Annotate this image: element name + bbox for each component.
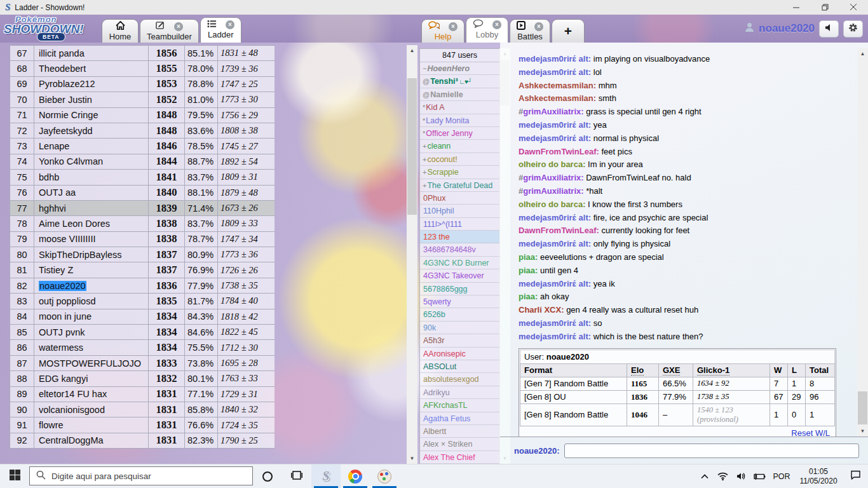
table-row[interactable]: 79moose VIIIIIIII183878.7%1747 ± 34 — [10, 231, 275, 247]
battery-icon[interactable] — [750, 464, 769, 488]
chat-scrollbar-thumb[interactable] — [858, 391, 867, 424]
player-name-cell[interactable]: OUTJ aa — [34, 185, 149, 200]
userlist-item[interactable]: A5h3r — [420, 334, 499, 347]
chat-username[interactable]: piaa: — [519, 292, 538, 301]
userlist-item[interactable]: ABSOLut — [420, 360, 499, 373]
table-row[interactable]: 72Jayfeetskydd184883.6%1808 ± 38 — [10, 123, 275, 138]
chat-username[interactable]: medejasm0rirɛ́ alt: — [519, 120, 591, 130]
scroll-down-icon[interactable]: ▼ — [407, 453, 417, 464]
taskbar-paint-app[interactable] — [370, 464, 399, 488]
player-name-cell[interactable]: outj poppliosd — [34, 294, 149, 309]
userlist-item[interactable]: 5qwerty — [420, 295, 499, 308]
player-name-cell[interactable]: SkipTheDripBayless — [34, 247, 149, 262]
userlist-item[interactable]: Agatha Fetus — [420, 412, 499, 425]
chat-username[interactable]: medejasm0rirɛ́ alt: — [519, 318, 591, 328]
userlist-item[interactable]: 0Phux — [420, 192, 499, 205]
player-name-cell[interactable]: bdhb — [34, 170, 149, 185]
chat-username[interactable]: grimAuxiliatrix: — [523, 186, 583, 196]
table-row[interactable]: 83outj poppliosd183581.7%1784 ± 40 — [10, 294, 275, 309]
tray-chevron-up-icon[interactable] — [695, 464, 714, 488]
player-name-cell[interactable]: EDG kangyi — [34, 371, 149, 386]
chat-username[interactable]: medejasm0rirɛ́ alt: — [519, 239, 591, 248]
player-name-cell[interactable]: hghhvi — [34, 200, 149, 215]
taskbar-search-box[interactable]: Digite aqui para pesquisar — [29, 466, 253, 485]
chat-username[interactable]: piaa: — [519, 266, 538, 275]
userlist-item[interactable]: +coconut! — [420, 153, 499, 166]
player-name-cell[interactable]: moon in june — [34, 309, 149, 324]
player-name-cell[interactable]: moose VIIIIIIII — [34, 231, 149, 247]
table-row[interactable]: 77hghhvi183971.4%1673 ± 26 — [10, 200, 275, 215]
chat-username[interactable]: grimAuxiliatrix: — [523, 107, 583, 116]
tab-ladder-close-icon[interactable]: × — [226, 20, 234, 29]
player-name-cell[interactable]: noaue2020 — [34, 278, 149, 293]
tab-help-close-icon[interactable]: × — [449, 22, 458, 31]
taskbar-clock[interactable]: 01:05 11/05/2020 — [794, 467, 843, 486]
table-row[interactable]: 92CentralDoggMa183182.3%1790 ± 25 — [10, 433, 275, 448]
task-view-button[interactable] — [282, 464, 311, 488]
userlist-item[interactable]: *Officer Jenny — [420, 127, 499, 140]
userlist-item[interactable]: *Kid A — [420, 101, 499, 114]
table-row[interactable]: 87MOSTPOWERFULJOJO183373.8%1695 ± 28 — [10, 355, 275, 370]
player-name-cell[interactable]: volcanionisgood — [34, 402, 149, 417]
player-name-cell[interactable]: Lenape — [34, 139, 149, 154]
new-tab-button[interactable]: + — [552, 19, 585, 43]
userlist-item[interactable]: 111l>^(l111 — [420, 218, 499, 231]
chat-username[interactable]: Ashkectemasmilan: — [519, 93, 596, 103]
close-button[interactable] — [839, 0, 868, 15]
tab-teambuilder[interactable]: × Teambuilder — [140, 19, 199, 43]
player-name-cell[interactable]: CentralDoggMa — [34, 433, 149, 448]
chat-username[interactable]: olheiro do barca: — [519, 200, 585, 209]
userlist-item[interactable]: 6526b — [420, 308, 499, 321]
chat-username[interactable]: Ashkectemasmilan: — [519, 81, 596, 90]
minimize-button[interactable] — [782, 0, 811, 15]
wifi-icon[interactable] — [714, 464, 732, 488]
table-row[interactable]: 80SkipTheDripBayless183780.9%1773 ± 36 — [10, 247, 275, 262]
table-row[interactable]: 68Theodebert185578.0%1739 ± 36 — [10, 61, 275, 76]
userlist-item[interactable]: *Lady Monita — [420, 114, 499, 127]
userlist-item[interactable]: +Scrappie — [420, 166, 499, 179]
logged-in-username[interactable]: noaue2020 — [759, 22, 815, 35]
volume-icon[interactable] — [732, 464, 750, 488]
tab-battles-close-icon[interactable]: × — [534, 22, 543, 31]
userlist-item[interactable]: @Tenshi³ ∟♥┘ — [420, 75, 499, 88]
tab-help[interactable]: × Help — [421, 19, 465, 43]
player-name-cell[interactable]: watermess — [34, 340, 149, 355]
userlist-item[interactable]: Alex The Chief — [420, 451, 499, 464]
userlist-item[interactable]: 4G3NC Takeover — [420, 269, 499, 282]
table-row[interactable]: 71Normie Cringe184879.5%1756 ± 29 — [10, 107, 275, 123]
table-row[interactable]: 90volcanionisgood183185.8%1840 ± 32 — [10, 402, 275, 417]
table-row[interactable]: 86watermess183475.5%1712 ± 30 — [10, 340, 275, 355]
userlist-item[interactable]: 34686784648v — [420, 243, 499, 256]
chat-username[interactable]: olheiro do barca: — [519, 159, 585, 169]
tab-battles[interactable]: × Battles — [510, 19, 550, 43]
userlist-item[interactable]: +The Grateful Dead — [420, 179, 499, 192]
tab-ladder[interactable]: × Ladder — [200, 17, 241, 43]
player-name-cell[interactable]: Normie Cringe — [34, 107, 149, 123]
player-name-cell[interactable]: OUTJ pvnk — [34, 325, 149, 340]
table-row[interactable]: 70Bieber Justin185281.0%1773 ± 30 — [10, 92, 275, 107]
player-name-cell[interactable]: Aime Leon Dores — [34, 216, 149, 231]
player-name-cell[interactable]: Tistiey Z — [34, 262, 149, 278]
restore-button[interactable] — [811, 0, 839, 15]
table-row[interactable]: 88EDG kangyi183280.1%1763 ± 33 — [10, 371, 275, 386]
table-row[interactable]: 74Yonko C4lvman184488.7%1892 ± 54 — [10, 154, 275, 169]
player-name-cell[interactable]: MOSTPOWERFULJOJO — [34, 355, 149, 370]
selected-player-name[interactable]: noaue2020 — [39, 281, 86, 291]
chat-username[interactable]: medejasm0rirɛ́ alt: — [519, 133, 591, 143]
ladder-scrollbar[interactable]: ▲ ▼ — [407, 45, 417, 464]
player-name-cell[interactable]: Yonko C4lvman — [34, 154, 149, 169]
table-row[interactable]: 81Tistiey Z183776.9%1726 ± 26 — [10, 262, 275, 278]
chat-username[interactable]: DawnFromTwinLeaf: — [519, 226, 599, 235]
userlist-item[interactable]: absolutesexgod — [420, 373, 499, 386]
scroll-up-icon[interactable]: ▲ — [857, 48, 868, 59]
userlist-item[interactable]: Adrikyu — [420, 386, 499, 399]
chat-username[interactable]: medejasm0rirɛ́ alt: — [519, 279, 591, 288]
userlist-item[interactable]: Alex × Striken — [420, 438, 499, 451]
userlist-item[interactable]: Albertt — [420, 425, 499, 438]
scroll-up-icon[interactable]: ▲ — [407, 45, 417, 56]
player-name-cell[interactable]: eltetor14 FU hax — [34, 386, 149, 402]
table-row[interactable]: 73Lenape184678.5%1745 ± 27 — [10, 139, 275, 154]
userlist-count[interactable]: 847 users — [420, 49, 499, 62]
tab-lobby[interactable]: × Lobby — [466, 17, 508, 43]
table-row[interactable]: 78Aime Leon Dores183883.7%1809 ± 33 — [10, 216, 275, 231]
